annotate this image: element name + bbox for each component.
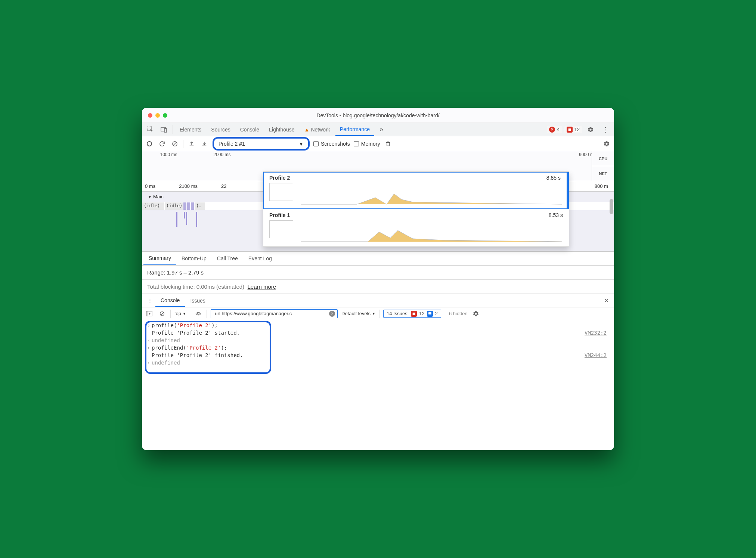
performance-toolbar: Profile 2 #1 ▼ Screenshots Memory bbox=[142, 136, 614, 151]
code-text: profileEnd( bbox=[152, 345, 186, 351]
console-settings-icon[interactable] bbox=[471, 309, 480, 318]
errors-count: 4 bbox=[557, 127, 560, 132]
clear-console-button[interactable] bbox=[158, 309, 167, 318]
warning-icon: ▲ bbox=[304, 127, 310, 133]
net-label: NET bbox=[592, 166, 614, 181]
minimize-window-button[interactable] bbox=[155, 113, 160, 118]
delete-profile-button[interactable] bbox=[384, 139, 393, 148]
main-tab-strip: Elements Sources Console Lighthouse ▲Net… bbox=[142, 123, 614, 136]
svg-rect-10 bbox=[428, 312, 431, 314]
svg-rect-6 bbox=[146, 311, 148, 316]
scrollbar-thumb[interactable] bbox=[610, 199, 613, 214]
log-text: Profile 'Profile 2' started. bbox=[152, 330, 240, 336]
profile-duration: 8.85 s bbox=[546, 175, 561, 181]
tab-console[interactable]: Console bbox=[236, 123, 264, 136]
reload-record-button[interactable] bbox=[158, 139, 167, 148]
device-toolbar-icon[interactable] bbox=[158, 123, 170, 136]
inspect-icon[interactable] bbox=[144, 123, 157, 136]
profile-thumbnail bbox=[269, 220, 293, 238]
download-profile-button[interactable] bbox=[200, 139, 209, 148]
more-tabs-icon[interactable]: » bbox=[375, 123, 388, 136]
profile-duration: 8.53 s bbox=[549, 212, 563, 218]
memory-label: Memory bbox=[361, 141, 380, 147]
issues-badge[interactable]: ◼12 bbox=[564, 126, 582, 133]
svg-line-8 bbox=[161, 312, 164, 315]
input-marker-icon: › bbox=[146, 322, 152, 328]
source-link[interactable]: VM232:2 bbox=[585, 330, 610, 336]
log-levels-selector[interactable]: Default levels▼ bbox=[341, 311, 375, 316]
code-string: 'Profile 2' bbox=[177, 322, 211, 328]
chevron-down-icon: ▼ bbox=[372, 312, 375, 316]
output-marker-icon: ‹ bbox=[146, 337, 152, 343]
drawer-tab-console[interactable]: Console bbox=[155, 294, 185, 307]
kebab-menu-icon[interactable]: ⋮ bbox=[599, 125, 612, 134]
live-expression-button[interactable] bbox=[194, 309, 203, 318]
profile-minimap bbox=[301, 227, 562, 242]
console-line[interactable]: Profile 'Profile 2' finished.VM244:2 bbox=[142, 351, 614, 359]
console-line[interactable]: ‹undefined bbox=[142, 359, 614, 366]
drawer-close-button[interactable]: ✕ bbox=[601, 294, 612, 307]
profile-dropdown-item[interactable]: Profile 28.85 s bbox=[263, 172, 569, 209]
chevron-down-icon: ▼ bbox=[298, 141, 304, 147]
tab-network[interactable]: ▲Network bbox=[300, 123, 335, 136]
console-output: ›profile('Profile 2'); Profile 'Profile … bbox=[142, 320, 614, 366]
tab-summary[interactable]: Summary bbox=[143, 252, 176, 265]
profile-selector-value: Profile 2 #1 bbox=[219, 141, 245, 147]
code-text: ); bbox=[221, 345, 227, 351]
console-line[interactable]: ›profile('Profile 2'); bbox=[142, 322, 614, 329]
drawer-tab-strip: ⋮ Console Issues ✕ bbox=[142, 294, 614, 307]
profile-name: Profile 1 bbox=[269, 212, 290, 218]
overview-track-labels: CPU NET bbox=[592, 151, 614, 181]
console-line[interactable]: Profile 'Profile 2' started.VM232:2 bbox=[142, 329, 614, 337]
tab-call-tree[interactable]: Call Tree bbox=[212, 252, 243, 265]
issues-label: 14 Issues: bbox=[387, 311, 409, 316]
upload-profile-button[interactable] bbox=[187, 139, 196, 148]
hidden-messages[interactable]: 6 hidden bbox=[449, 311, 468, 316]
fullscreen-window-button[interactable] bbox=[163, 113, 167, 118]
return-value: undefined bbox=[152, 360, 180, 366]
profile-selector[interactable]: Profile 2 #1 ▼ bbox=[213, 137, 310, 151]
overview-tick: 1000 ms bbox=[142, 152, 195, 157]
console-filter-input[interactable]: -url:https://www.googletagmanager.c ✕ bbox=[211, 309, 338, 318]
devtools-window: DevTools - blog.google/technology/ai/cod… bbox=[142, 108, 614, 450]
titlebar: DevTools - blog.google/technology/ai/cod… bbox=[142, 108, 614, 123]
profile-dropdown-item[interactable]: Profile 18.53 s bbox=[263, 209, 569, 247]
context-selector[interactable]: top▼ bbox=[174, 311, 186, 316]
settings-icon[interactable] bbox=[584, 126, 597, 133]
tab-network-label: Network bbox=[311, 127, 330, 133]
tab-event-log[interactable]: Event Log bbox=[243, 252, 277, 265]
console-issues-button[interactable]: 14 Issues: ◼12 2 bbox=[383, 310, 441, 318]
console-line[interactable]: ‹undefined bbox=[142, 337, 614, 344]
screenshots-checkbox[interactable]: Screenshots bbox=[313, 141, 350, 147]
log-text: Profile 'Profile 2' finished. bbox=[152, 352, 243, 358]
record-button[interactable] bbox=[145, 139, 154, 148]
clear-filter-icon[interactable]: ✕ bbox=[329, 311, 335, 317]
close-window-button[interactable] bbox=[148, 113, 152, 118]
main-thread-label[interactable]: Main bbox=[148, 194, 164, 199]
source-link[interactable]: VM244:2 bbox=[585, 352, 610, 358]
context-label: top bbox=[174, 311, 181, 316]
cpu-label: CPU bbox=[592, 151, 614, 166]
tab-sources[interactable]: Sources bbox=[207, 123, 235, 136]
console-sidebar-toggle[interactable] bbox=[145, 309, 154, 318]
errors-badge[interactable]: ✕4 bbox=[547, 126, 562, 133]
clear-button[interactable] bbox=[170, 139, 179, 148]
tbt-text: Total blocking time: 0.00ms (estimated) bbox=[147, 283, 244, 290]
output-marker-icon: ‹ bbox=[146, 360, 152, 366]
learn-more-link[interactable]: Learn more bbox=[247, 283, 276, 290]
tab-elements[interactable]: Elements bbox=[175, 123, 206, 136]
drawer-tab-issues[interactable]: Issues bbox=[185, 294, 210, 307]
drawer-more-icon[interactable]: ⋮ bbox=[144, 294, 155, 307]
tbt-line: Total blocking time: 0.00ms (estimated) … bbox=[142, 280, 614, 294]
tab-performance[interactable]: Performance bbox=[335, 123, 374, 136]
profile-minimap bbox=[301, 190, 562, 205]
memory-checkbox[interactable]: Memory bbox=[354, 141, 380, 147]
console-line[interactable]: ›profileEnd('Profile 2'); bbox=[142, 344, 614, 351]
details-tabs: Summary Bottom-Up Call Tree Event Log bbox=[142, 251, 614, 266]
ruler-tick: 0 ms bbox=[145, 183, 155, 189]
tab-lighthouse[interactable]: Lighthouse bbox=[264, 123, 299, 136]
capture-settings-icon[interactable] bbox=[602, 139, 611, 148]
tab-bottom-up[interactable]: Bottom-Up bbox=[176, 252, 212, 265]
ruler-tick: 22 bbox=[221, 183, 226, 189]
issues-count: 12 bbox=[574, 127, 580, 132]
